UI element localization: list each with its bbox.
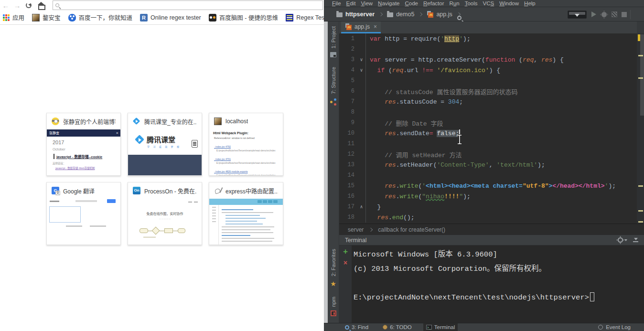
fold-marker-icon[interactable]: ∧ bbox=[357, 204, 365, 210]
code-text[interactable]: res.write('<html><head><meta charset="ut… bbox=[365, 181, 637, 191]
breadcrumb-pkg[interactable]: demo5 bbox=[396, 11, 414, 18]
home-icon[interactable] bbox=[38, 2, 44, 8]
browser-toolbar: ← → bbox=[0, 0, 324, 11]
code-text[interactable]: var http = require('http'); bbox=[365, 33, 637, 44]
code-line[interactable]: 13 res.setHeader('Content-Type', 'text/h… bbox=[339, 160, 637, 170]
code-text[interactable]: // 删除 Date 字段 bbox=[365, 117, 637, 128]
tool-window-button-structure[interactable]: 7: Structure bbox=[331, 67, 336, 94]
code-text[interactable]: res.end(); bbox=[365, 212, 637, 223]
code-line[interactable]: 14 bbox=[339, 170, 637, 181]
breadcrumb-file[interactable]: app.js bbox=[436, 11, 452, 18]
back-icon[interactable]: ← bbox=[0, 1, 11, 10]
bookmark-r-blue[interactable]: ROnline regex tester bbox=[140, 14, 201, 21]
gear-icon[interactable] bbox=[618, 237, 623, 243]
bookmark-cat-photo[interactable]: 鍪安宝 bbox=[32, 13, 61, 22]
code-line[interactable]: 5 bbox=[339, 75, 637, 86]
event-log-button[interactable]: Event Log bbox=[598, 324, 631, 330]
code-line[interactable]: 4∨ if (req.url !== '/favicon.ico') { bbox=[339, 65, 637, 75]
tile-blog[interactable]: 张静宜的个人前端博客 张静宜≡ 2017 October javasript -… bbox=[46, 113, 121, 176]
code-text[interactable] bbox=[365, 170, 637, 181]
menu-navigate[interactable]: Navigate bbox=[376, 0, 402, 6]
bookmark-danstools[interactable]: Regex Tester bbox=[286, 14, 324, 21]
tile-processon[interactable]: On ProcessOn - 免费在... 免费在线作图，实时协作 — — — … bbox=[128, 182, 202, 245]
code-text[interactable]: var server = http.createServer(function … bbox=[365, 54, 637, 65]
code-text[interactable]: res.write("nihao!!!!"); bbox=[365, 191, 637, 202]
menu-file[interactable]: File bbox=[330, 0, 343, 6]
new-session-icon[interactable]: + bbox=[343, 248, 348, 256]
screen: ← → 应用鍪安宝百度一下，你就知道ROnline regex tester百度… bbox=[0, 0, 644, 331]
code-text[interactable]: } bbox=[365, 202, 637, 212]
code-text[interactable] bbox=[365, 139, 637, 149]
coverage-icon[interactable] bbox=[612, 11, 617, 17]
code-text[interactable] bbox=[365, 75, 637, 86]
code-text[interactable]: res.sendDate= false; bbox=[365, 128, 637, 139]
code-line[interactable]: 12 // 调用 setHeader 方法 bbox=[339, 149, 637, 160]
code-line[interactable]: 1var http = require('http'); bbox=[339, 33, 637, 44]
tab-appjs[interactable]: app.js × bbox=[341, 21, 381, 33]
code-line[interactable]: 11 bbox=[339, 139, 637, 149]
code-line[interactable]: 2 bbox=[339, 44, 637, 54]
code-text[interactable] bbox=[365, 107, 637, 117]
code-text[interactable]: res.setHeader('Content-Type', 'text/html… bbox=[365, 160, 637, 170]
crumb-server[interactable]: server bbox=[348, 226, 364, 233]
bookmark-owl[interactable]: 百度脑图 - 便捷的思维 bbox=[209, 13, 279, 22]
code-line[interactable]: 10 res.sendDate= false; bbox=[339, 128, 637, 139]
menu-edit[interactable]: Edit bbox=[344, 0, 358, 6]
close-session-icon[interactable]: × bbox=[343, 260, 347, 267]
close-tab-icon[interactable]: × bbox=[374, 23, 377, 30]
menu-view[interactable]: View bbox=[358, 0, 375, 6]
code-line[interactable]: 8 bbox=[339, 107, 637, 117]
editor-scrollbar[interactable] bbox=[637, 21, 644, 236]
statusbar-terminal[interactable]: >_Terminal bbox=[423, 323, 458, 331]
run-icon[interactable] bbox=[591, 11, 596, 17]
code-line[interactable]: 17∧ } bbox=[339, 202, 637, 212]
tile-express-blog[interactable]: express中路由配置... bbox=[209, 182, 283, 245]
code-line[interactable]: 18 res.end(); bbox=[339, 212, 637, 223]
code-text[interactable] bbox=[365, 44, 637, 54]
terminal-panel[interactable]: + × Microsoft Windows [版本 6.3.9600](c) 2… bbox=[339, 246, 644, 323]
run-configuration-dropdown[interactable] bbox=[568, 11, 587, 19]
code-line[interactable]: 6 // statusCode 属性设置服务器返回的状态码 bbox=[339, 86, 637, 96]
tile-tencent-classroom[interactable]: 腾讯课堂_专业的在... 腾讯课堂 学 习 成 就 梦 想 bbox=[128, 113, 202, 176]
stop-icon[interactable] bbox=[622, 12, 627, 17]
dock-window-icon[interactable] bbox=[633, 237, 638, 243]
code-line[interactable]: 9 // 删除 Date 字段 bbox=[339, 117, 637, 128]
tile-localhost[interactable]: localhost Html Webpack Plugin: Reference… bbox=[209, 113, 283, 176]
menu-help[interactable]: Help bbox=[522, 0, 538, 6]
tool-window-button-favorites[interactable]: 2: Favorites bbox=[331, 249, 336, 276]
menu-tools[interactable]: Tools bbox=[462, 0, 480, 6]
code-text[interactable]: if (req.url !== '/favicon.ico') { bbox=[365, 65, 637, 75]
fold-marker-icon[interactable]: ∨ bbox=[357, 57, 365, 63]
tool-window-stripe: 1: Project7: Structure 2: Favorites★npm bbox=[328, 21, 339, 323]
bookmark-apps-grid[interactable]: 应用 bbox=[3, 13, 24, 22]
fold-marker-icon[interactable]: ∨ bbox=[357, 67, 365, 73]
statusbar-todo[interactable]: 6: TODO bbox=[380, 323, 415, 331]
bookmark-baidu-paw[interactable]: 百度一下，你就知道 bbox=[68, 13, 133, 22]
menu-window[interactable]: Window bbox=[497, 0, 521, 6]
code-line[interactable]: 7 res.statusCode = 304; bbox=[339, 96, 637, 107]
forward-icon[interactable]: → bbox=[11, 1, 23, 10]
terminal-header[interactable]: Terminal bbox=[339, 235, 644, 246]
code-text[interactable]: // 调用 setHeader 方法 bbox=[365, 149, 637, 160]
code-line[interactable]: 16 res.write("nihao!!!!"); bbox=[339, 191, 637, 202]
menu-run[interactable]: Run bbox=[447, 0, 462, 6]
code-line[interactable]: 3∨var server = http.createServer(functio… bbox=[339, 54, 637, 65]
scrollbar-thumb[interactable] bbox=[640, 34, 644, 116]
code-line[interactable]: 15 res.write('<html><head><meta charset=… bbox=[339, 181, 637, 191]
menu-vcs[interactable]: VCS bbox=[480, 0, 496, 6]
code-text[interactable]: res.statusCode = 304; bbox=[365, 96, 637, 107]
menu-code[interactable]: Code bbox=[403, 0, 421, 6]
tile-google-translate[interactable]: G Google 翻译 bbox=[46, 182, 121, 245]
menu-refactor[interactable]: Refactor bbox=[421, 0, 446, 6]
code-editor[interactable]: 1var http = require('http');23∨var serve… bbox=[339, 33, 637, 224]
tool-window-button-project[interactable]: 1: Project bbox=[331, 26, 336, 48]
search-everywhere-icon[interactable] bbox=[457, 16, 462, 20]
refresh-icon[interactable] bbox=[26, 2, 32, 8]
statusbar-find[interactable]: 3: Find bbox=[342, 323, 371, 331]
code-text[interactable]: // statusCode 属性设置服务器返回的状态码 bbox=[365, 86, 637, 96]
breadcrumb-root[interactable]: httpserver bbox=[345, 11, 375, 18]
crumb-callback[interactable]: callback for createServer() bbox=[378, 226, 445, 233]
address-bar[interactable] bbox=[53, 0, 323, 10]
tool-window-button-npm[interactable]: npm bbox=[331, 297, 336, 307]
debug-icon[interactable] bbox=[601, 12, 607, 17]
